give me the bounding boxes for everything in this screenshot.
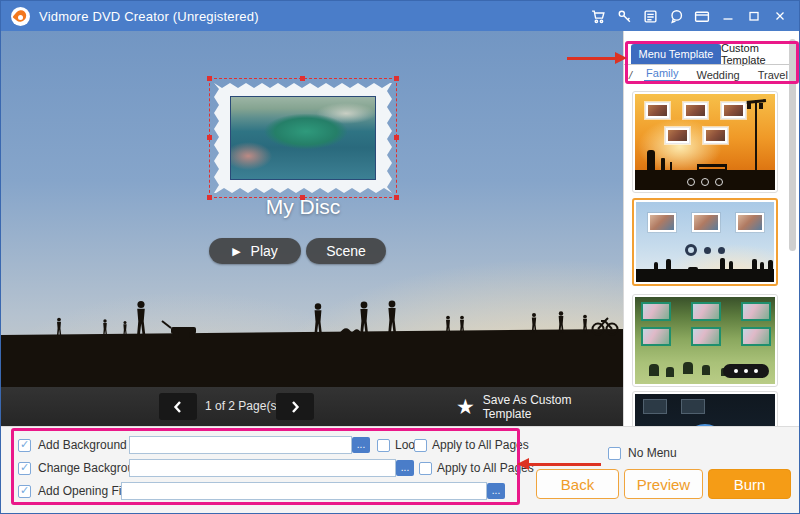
page-indicator: 1 of 2 Page(s)	[205, 387, 280, 426]
frame-photo	[230, 96, 376, 180]
maximize-button[interactable]	[745, 7, 763, 25]
background-apply-all-pages-label: Apply to All Pages	[437, 461, 534, 475]
play-label: Play	[251, 243, 278, 259]
template-thumbnail-dark[interactable]	[632, 391, 778, 426]
pager-strip: 1 of 2 Page(s) ★ Save As Custom Template	[1, 387, 623, 426]
register-key-icon[interactable]	[615, 7, 633, 25]
window-title: Vidmore DVD Creator (Unregistered)	[39, 9, 259, 24]
tab-menu-template[interactable]: Menu Template	[631, 44, 721, 64]
titlebar: Vidmore DVD Creator (Unregistered)	[1, 1, 799, 31]
background-path-input[interactable]	[129, 459, 396, 477]
template-list	[624, 86, 800, 426]
no-menu-label: No Menu	[628, 446, 677, 460]
back-button[interactable]: Back	[536, 469, 619, 499]
menu-photo-frame[interactable]	[214, 83, 392, 193]
app-logo-icon	[11, 7, 30, 26]
beach-silhouette-scene	[1, 291, 623, 387]
app-window: Vidmore DVD Creator (Unregistered)	[0, 0, 800, 514]
category-wedding[interactable]: Wedding	[694, 69, 741, 81]
background-apply-all-pages-checkbox[interactable]	[419, 462, 432, 475]
stamp-border[interactable]	[214, 83, 392, 193]
loop-checkbox[interactable]	[377, 439, 390, 452]
previous-page-button[interactable]	[159, 393, 197, 420]
music-apply-all-pages-label: Apply to All Pages	[432, 438, 529, 452]
category-tabs: / Family Wedding Travel Oth ◀ ▶	[624, 65, 800, 84]
no-menu-checkbox[interactable]	[608, 447, 621, 460]
menu-scene-button[interactable]: Scene	[306, 238, 386, 264]
chevron-right-icon	[287, 399, 303, 415]
feedback-icon[interactable]	[667, 7, 685, 25]
template-thumbnail-park[interactable]	[632, 294, 778, 387]
minimize-button[interactable]	[719, 7, 737, 25]
category-partial[interactable]: /	[627, 69, 634, 81]
background-music-path-input[interactable]	[129, 436, 352, 454]
browse-music-button[interactable]: ...	[352, 437, 370, 453]
chevron-left-icon	[170, 399, 186, 415]
browse-background-button[interactable]: ...	[396, 460, 414, 476]
close-button[interactable]	[771, 7, 789, 25]
burn-button[interactable]: Burn	[708, 469, 791, 499]
category-family[interactable]: Family	[644, 67, 680, 82]
change-background-checkbox[interactable]	[18, 462, 31, 475]
save-as-custom-template-button[interactable]: ★ Save As Custom Template	[456, 387, 623, 426]
template-thumbnail-bluesky-selected[interactable]	[632, 198, 778, 286]
opening-film-path-input[interactable]	[121, 482, 487, 500]
star-icon: ★	[456, 396, 475, 417]
scene-label: Scene	[326, 243, 366, 259]
next-page-button[interactable]	[276, 393, 314, 420]
add-background-music-checkbox[interactable]	[18, 439, 31, 452]
template-panel: Menu Template Custom Template / Family W…	[623, 31, 800, 426]
category-travel[interactable]: Travel	[756, 69, 790, 81]
note-icon[interactable]	[641, 7, 659, 25]
cart-icon[interactable]	[589, 7, 607, 25]
template-thumbnail-sunset[interactable]	[632, 91, 778, 193]
add-opening-film-checkbox[interactable]	[18, 485, 31, 498]
play-triangle-icon: ▶	[232, 246, 240, 257]
menu-preview-stage: My Disc ▶ Play Scene 1 of 2 Page(s) ★ Sa…	[1, 31, 623, 426]
disc-title-text[interactable]: My Disc	[214, 195, 392, 219]
browse-film-button[interactable]: ...	[487, 483, 505, 499]
panel-scrollbar[interactable]	[789, 39, 796, 251]
toolbox-icon[interactable]	[693, 7, 711, 25]
music-apply-all-pages-checkbox[interactable]	[414, 439, 427, 452]
save-as-custom-template-label: Save As Custom Template	[483, 393, 623, 421]
menu-play-button[interactable]: ▶ Play	[209, 238, 301, 264]
preview-button[interactable]: Preview	[624, 469, 703, 499]
